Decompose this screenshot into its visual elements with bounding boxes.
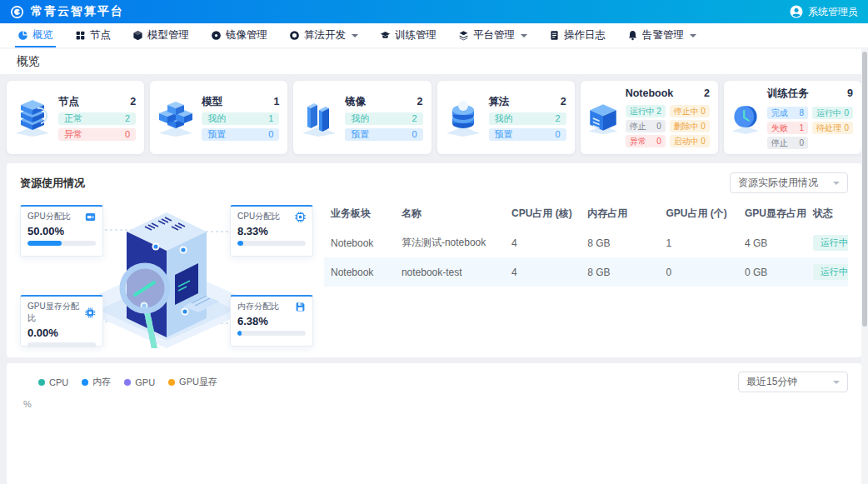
status-badge: 运行中: [813, 235, 848, 251]
pill-label: 预置: [351, 129, 369, 140]
algorithm-icon: [289, 30, 300, 41]
tab-label: 概览: [32, 28, 53, 42]
resource-section-title: 资源使用情况: [20, 176, 85, 191]
model-cube-icon: [132, 30, 143, 41]
chevron-down-icon: [833, 182, 840, 185]
legend-item-gpu-memory[interactable]: GPU显存: [168, 376, 217, 388]
pill-value: 2: [556, 113, 561, 124]
status-pill: 停止0: [767, 137, 808, 149]
pill-column: 运行中2 停止0 异常0: [626, 102, 666, 147]
tab-overview[interactable]: 概览: [7, 23, 64, 47]
metric-card-memory-allocation: 内存分配比 6.38%: [230, 295, 313, 347]
main-nav: 概览 节点 模型管理 镜像管理 算法开发 训练管理 平台管理: [0, 23, 868, 48]
stat-card-images[interactable]: 镜像2 我的2 预置0: [293, 81, 431, 154]
tab-platform-management[interactable]: 平台管理: [447, 23, 538, 47]
stat-title: 镜像: [345, 95, 366, 109]
stat-card-training-tasks[interactable]: 训练任务9 完成8 失败1 停止0 运行中0 待处理0: [724, 81, 861, 154]
stat-card-nodes[interactable]: 节点2 正常2 异常0: [7, 81, 144, 154]
col-header: 状态: [806, 200, 848, 228]
stat-card-notebook[interactable]: Notebook2 运行中2 停止0 异常0 停止中0 删除中0 启动中0: [581, 81, 718, 154]
metric-value: 6.38%: [237, 315, 306, 327]
notebook-stat-icon: [586, 98, 621, 137]
pill-value: 2: [412, 113, 417, 124]
vertical-scrollbar[interactable]: [861, 48, 868, 484]
memory-disk-icon: [295, 302, 306, 312]
pill-label: 完成: [771, 107, 788, 118]
scrollbar-thumb[interactable]: [862, 52, 867, 327]
pill-value: 0: [844, 122, 849, 133]
tab-operation-log[interactable]: 操作日志: [538, 23, 616, 47]
metric-label: CPU分配比: [237, 211, 280, 222]
pill-label: 失败: [771, 122, 788, 133]
monitor-chart-panel: CPU 内存 GPU GPU显存 最近15分钟 %: [7, 363, 861, 484]
dashboard-icon: [17, 30, 28, 41]
pill-value: 0: [799, 137, 804, 148]
table-header-row: 业务板块 名称 CPU占用 (核) 内存占用 GPU占用 (个) GPU显存占用…: [324, 200, 848, 228]
stat-title: 模型: [202, 95, 222, 109]
metric-progress: [237, 241, 306, 246]
stat-card-body: 节点2 正常2 异常0: [58, 95, 136, 141]
status-pill: 我的2: [345, 112, 422, 125]
pill-label: 异常: [630, 136, 646, 147]
resource-table: 业务板块 名称 CPU占用 (核) 内存占用 GPU占用 (个) GPU显存占用…: [324, 200, 848, 348]
breadcrumb: 概览: [0, 48, 868, 74]
tab-training-management[interactable]: 训练管理: [369, 23, 447, 47]
metric-label: GPU分配比: [27, 211, 71, 222]
app-header: 常青云智算平台 系统管理员: [0, 0, 868, 23]
brand: 常青云智算平台: [10, 4, 124, 19]
user-name: 系统管理员: [808, 5, 858, 19]
stat-title: Notebook: [626, 87, 674, 99]
user-menu[interactable]: 系统管理员: [790, 5, 858, 19]
status-pill: 停止0: [626, 120, 666, 132]
cell-gpu-memory: 0 GB: [738, 257, 806, 287]
stat-cards-row: 节点2 正常2 异常0 模型1 我的1 预置0: [0, 81, 868, 154]
tab-label: 训练管理: [395, 28, 436, 42]
training-icon: [380, 30, 391, 41]
pill-label: 待处理: [816, 122, 841, 133]
pill-value: 0: [701, 121, 706, 132]
resource-mode-select[interactable]: 资源实际使用情况: [730, 172, 848, 193]
pill-column: 运行中0 待处理0: [812, 104, 853, 149]
metric-value: 0.00%: [27, 327, 96, 339]
tab-label: 节点: [90, 28, 111, 42]
table-row[interactable]: Notebook 算法测试-notebook 4 8 GB 1 4 GB 运行中: [324, 228, 848, 257]
legend-item-cpu[interactable]: CPU: [38, 377, 68, 387]
stat-title: 训练任务: [767, 87, 809, 101]
cell-module: Notebook: [324, 228, 395, 257]
legend-item-memory[interactable]: 内存: [82, 376, 111, 388]
pill-label: 预置: [495, 129, 513, 140]
tab-label: 平台管理: [473, 28, 515, 42]
status-pill: 我的2: [489, 112, 566, 125]
time-range-select[interactable]: 最近15分钟: [738, 372, 848, 392]
metric-label: GPU显存分配比: [27, 301, 85, 324]
metric-card-gpu-allocation: GPU分配比 50.00%: [20, 205, 103, 257]
table-row[interactable]: Notebook notebook-test 4 8 GB 0 0 GB 运行中: [324, 257, 848, 287]
cell-name: 算法测试-notebook: [395, 228, 505, 257]
pill-value: 0: [656, 121, 661, 132]
cell-cpu: 4: [505, 228, 581, 257]
tab-image-management[interactable]: 镜像管理: [200, 23, 278, 47]
legend-item-gpu[interactable]: GPU: [124, 377, 155, 387]
tab-nodes[interactable]: 节点: [64, 23, 122, 47]
col-header: 业务板块: [324, 200, 395, 228]
metric-label: 内存分配比: [237, 301, 279, 312]
status-pill: 异常0: [626, 135, 666, 147]
resource-visual: GPU分配比 50.00% CPU分配比 8.33%: [20, 200, 313, 348]
status-pill: 待处理0: [812, 122, 853, 134]
resource-usage-panel: 资源使用情况 资源实际使用情况: [7, 163, 861, 357]
status-pill: 失败1: [767, 122, 808, 134]
tab-alarm-management[interactable]: 告警管理: [616, 23, 707, 47]
algorithm-stat-icon: [442, 98, 484, 137]
stat-card-models[interactable]: 模型1 我的1 预置0: [150, 81, 287, 154]
chevron-down-icon: [690, 34, 696, 37]
stat-card-body: Notebook2 运行中2 停止0 异常0 停止中0 删除中0 启动中0: [626, 87, 710, 147]
cell-memory: 8 GB: [581, 257, 659, 287]
col-header: 内存占用: [581, 200, 659, 228]
status-pill: 预置0: [202, 128, 279, 141]
chevron-down-icon: [521, 34, 527, 37]
tab-model-management[interactable]: 模型管理: [122, 23, 200, 47]
metric-progress: [237, 331, 306, 336]
stat-card-algorithms[interactable]: 算法2 我的2 预置0: [437, 81, 575, 154]
cell-gpu-memory: 4 GB: [738, 228, 806, 257]
tab-algorithm-dev[interactable]: 算法开发: [278, 23, 369, 47]
